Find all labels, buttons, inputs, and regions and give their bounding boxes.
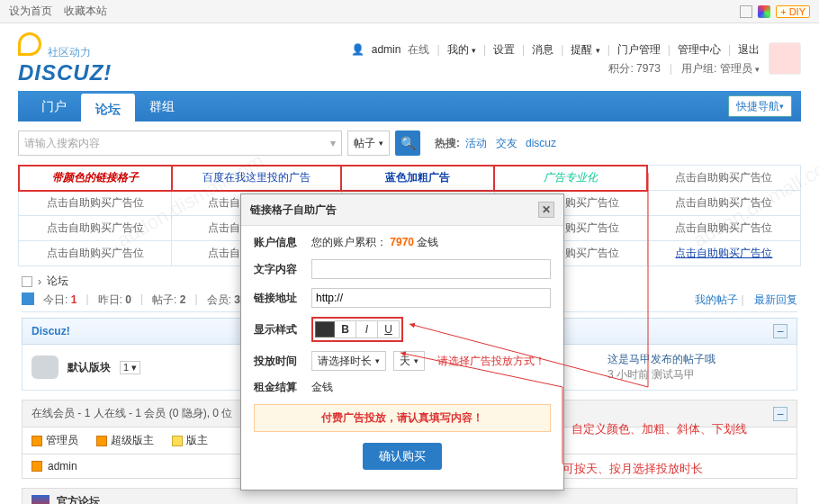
modal-title: 链接格子自助广告 [250,202,337,218]
bold-button[interactable]: B [335,320,356,338]
duration-tip: 请选择广告投放方式！ [437,354,545,369]
admin-badge-icon [32,436,42,446]
ad-buy-cell[interactable]: 点击自助购买广告位 [675,196,772,209]
stats-icon [22,292,34,305]
ad-cell[interactable]: 带颜色的链接格子 [52,171,139,184]
admin-center-link[interactable]: 管理中心 [678,42,721,58]
hot-link[interactable]: 活动 [465,137,487,149]
price-unit: 金钱 [311,380,333,395]
label-text: 文字内容 [254,262,304,277]
duration-select[interactable]: 请选择时长 ▾ [311,351,386,371]
ad-cell[interactable]: 蓝色加粗广告 [385,171,450,184]
search-button[interactable]: 🔍 [395,130,420,156]
nav-portal[interactable]: 门户 [27,91,81,122]
portal-mgmt-link[interactable]: 门户管理 [617,42,661,58]
remind-menu[interactable]: 提醒 ▾ [571,42,599,58]
ad-cell[interactable]: 广告专业化 [544,171,598,184]
last-post: 这是马甲发布的帖子哦 3 小时前 测试马甲 [608,352,788,382]
warning-bar: 付费广告投放，请认真填写内容！ [254,404,551,432]
ad-buy-cell[interactable]: 点击自助购买广告位 [47,196,144,209]
underline-button[interactable]: U [378,320,400,338]
user-badge-icon [32,461,42,472]
mine-menu[interactable]: 我的 ▾ [447,42,476,58]
user-area: 👤 admin 在线 | 我的 ▾ | 设置 | 消息 | 提醒 ▾ | 门户管… [351,42,760,76]
favorite-link[interactable]: 收藏本站 [64,4,107,17]
ad-modal: 链接格子自助广告 ✕ 账户信息 您的账户累积： 7970 金钱 文字内容 链接地… [240,194,564,490]
last-post-meta: 3 小时前 测试马甲 [608,367,788,382]
forum-name[interactable]: 默认版块 [68,360,111,375]
label-style: 显示样式 [254,322,304,338]
group-label: 用户组: [681,62,716,75]
anno-duration: 可按天、按月选择投放时长 [562,461,703,477]
search-row: 请输入搜索内容 ▾ 帖子 ▾ 🔍 热搜: 活动 交友 discuz [18,130,801,156]
set-home-link[interactable]: 设为首页 [9,4,52,17]
chevron-down-icon: ▾ [779,102,784,111]
hot-words: 热搜: 活动 交友 discuz [435,136,559,151]
dropdown-icon[interactable]: ▾ [330,137,336,149]
main-nav: 门户 论坛 群组 快捷导航▾ [18,91,801,122]
hot-link[interactable]: 交友 [496,137,518,149]
color-picker[interactable] [315,321,335,338]
chevron-down-icon: ▾ [755,65,760,74]
link-icon [32,495,50,505]
avatar[interactable] [769,42,801,75]
new-reply-link[interactable]: 最新回复 [754,293,797,306]
label-duration: 投放时间 [254,354,304,369]
account-info: 您的账户累积： 7970 金钱 [311,235,438,250]
ad-buy-cell[interactable]: 点击自助购买广告位 [675,171,772,184]
ad-buy-cell[interactable]: 点击自助购买广告位 [47,221,144,234]
category-title: Discuz! [32,325,70,338]
logout-link[interactable]: 退出 [738,42,760,58]
text-input[interactable] [311,259,551,279]
forum-icon [32,356,58,379]
confirm-button[interactable]: 确认购买 [363,443,442,470]
messages-link[interactable]: 消息 [532,42,554,58]
online-user-link[interactable]: admin [48,460,77,472]
my-posts-link[interactable]: 我的帖子 [695,293,738,306]
fullscreen-icon[interactable] [740,5,752,18]
ad-buy-cell[interactable]: 点击自助购买广告位 [675,247,772,259]
diy-button[interactable]: + DIY [776,5,810,18]
ad-cell[interactable]: 百度在我这里投的广告 [202,171,310,184]
forum-select[interactable]: 1 ▾ [120,361,140,374]
last-post-title[interactable]: 这是马甲发布的帖子哦 [608,352,788,367]
header: 社区动力 DISCUZ! 👤 admin 在线 | 我的 ▾ | 设置 | 消息… [0,23,819,91]
ad-buy-cell[interactable]: 点击自助购买广告位 [47,247,144,259]
home-icon[interactable] [22,276,32,287]
logo[interactable]: 社区动力 DISCUZ! [18,32,112,86]
online-status: 在线 [408,42,429,58]
group-value: 管理员 [720,62,752,75]
ad-buy-cell[interactable]: 点击自助购买广告位 [675,221,772,234]
quick-nav-button[interactable]: 快捷导航▾ [728,95,792,117]
collapse-button[interactable]: – [773,324,788,338]
supermod-badge-icon [96,436,107,446]
logo-text: DISCUZ! [18,60,112,86]
italic-button[interactable]: I [356,320,378,338]
nav-group[interactable]: 群组 [135,91,189,122]
search-input[interactable]: 请输入搜索内容 ▾ [18,130,342,156]
nav-forum[interactable]: 论坛 [81,94,135,122]
username-link[interactable]: admin [372,43,401,56]
breadcrumb-forum[interactable]: 论坛 [47,274,68,289]
style-toolbar: B I U [311,317,403,342]
collapse-button[interactable]: – [773,407,788,421]
link-input[interactable] [311,288,551,308]
modal-header: 链接格子自助广告 ✕ [241,194,563,226]
logo-tagline: 社区动力 [48,46,91,58]
user-icon: 👤 [351,43,364,56]
search-icon: 🔍 [400,136,416,150]
label-price: 租金结算 [254,380,304,395]
mod-badge-icon [172,436,183,446]
credits-value: 7973 [636,62,661,75]
duration-unit-select[interactable]: 天 ▾ [393,351,425,371]
settings-link[interactable]: 设置 [493,42,515,58]
hot-link[interactable]: discuz [526,137,556,149]
palette-icon[interactable] [758,5,770,18]
chevron-down-icon: ▾ [472,46,476,55]
link-title[interactable]: 官方论坛 [57,494,100,504]
search-scope-select[interactable]: 帖子 ▾ [347,130,390,156]
logo-bubble-icon [18,32,41,56]
close-button[interactable]: ✕ [538,202,554,218]
account-value: 7970 [390,236,414,248]
label-link: 链接地址 [254,291,304,306]
